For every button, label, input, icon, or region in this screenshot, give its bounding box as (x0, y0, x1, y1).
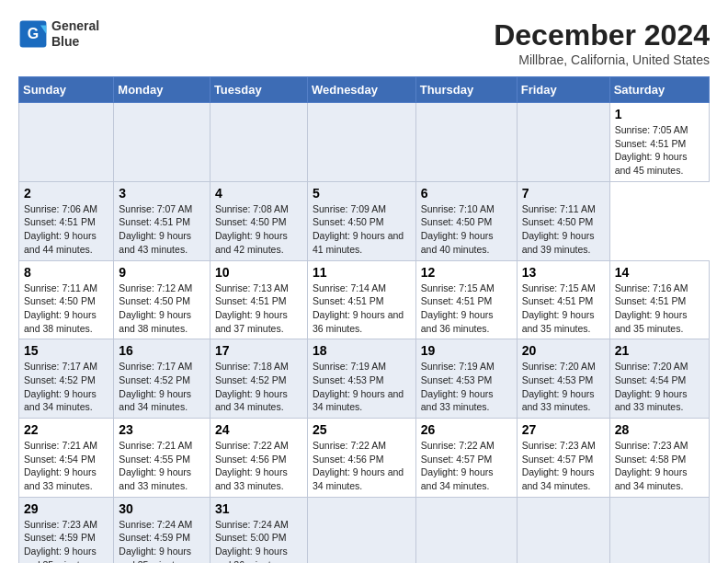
day-number: 24 (215, 422, 302, 437)
calendar-cell: 7Sunrise: 7:11 AMSunset: 4:50 PMDaylight… (517, 181, 609, 260)
calendar-cell (517, 103, 609, 182)
day-number: 15 (24, 343, 108, 358)
calendar-cell: 12Sunrise: 7:15 AMSunset: 4:51 PMDayligh… (415, 260, 517, 339)
day-info: Sunrise: 7:23 AMSunset: 4:57 PMDaylight:… (522, 439, 605, 493)
day-info: Sunrise: 7:20 AMSunset: 4:54 PMDaylight:… (615, 360, 704, 414)
day-number: 25 (313, 422, 411, 437)
calendar-cell: 3Sunrise: 7:07 AMSunset: 4:51 PMDaylight… (114, 181, 210, 260)
day-info: Sunrise: 7:23 AMSunset: 4:58 PMDaylight:… (615, 439, 704, 493)
calendar-cell: 5Sunrise: 7:09 AMSunset: 4:50 PMDaylight… (307, 181, 415, 260)
calendar-cell: 30Sunrise: 7:24 AMSunset: 4:59 PMDayligh… (114, 497, 210, 563)
calendar-cell: 4Sunrise: 7:08 AMSunset: 4:50 PMDaylight… (210, 181, 307, 260)
calendar-cell: 8Sunrise: 7:11 AMSunset: 4:50 PMDaylight… (19, 260, 114, 339)
calendar-cell: 1Sunrise: 7:05 AMSunset: 4:51 PMDaylight… (609, 103, 709, 182)
day-info: Sunrise: 7:22 AMSunset: 4:56 PMDaylight:… (313, 439, 411, 493)
days-header-row: SundayMondayTuesdayWednesdayThursdayFrid… (19, 77, 710, 103)
day-info: Sunrise: 7:22 AMSunset: 4:57 PMDaylight:… (421, 439, 512, 493)
calendar-cell: 18Sunrise: 7:19 AMSunset: 4:53 PMDayligh… (307, 339, 415, 419)
calendar-cell: 15Sunrise: 7:17 AMSunset: 4:52 PMDayligh… (19, 339, 114, 419)
page-subtitle: Millbrae, California, United States (494, 52, 710, 67)
day-number: 11 (313, 265, 411, 280)
day-number: 2 (24, 186, 108, 201)
day-number: 26 (421, 422, 512, 437)
day-number: 19 (421, 343, 512, 358)
day-info: Sunrise: 7:18 AMSunset: 4:52 PMDaylight:… (215, 360, 302, 414)
day-number: 18 (313, 343, 411, 358)
day-number: 23 (119, 422, 205, 437)
day-number: 4 (215, 186, 302, 201)
day-header-thursday: Thursday (415, 77, 517, 103)
day-header-tuesday: Tuesday (210, 77, 307, 103)
day-number: 3 (119, 186, 205, 201)
day-info: Sunrise: 7:21 AMSunset: 4:54 PMDaylight:… (24, 439, 108, 493)
calendar-cell: 28Sunrise: 7:23 AMSunset: 4:58 PMDayligh… (609, 419, 709, 498)
calendar-week-4: 15Sunrise: 7:17 AMSunset: 4:52 PMDayligh… (19, 339, 710, 419)
day-info: Sunrise: 7:19 AMSunset: 4:53 PMDaylight:… (313, 360, 411, 414)
calendar-cell: 17Sunrise: 7:18 AMSunset: 4:52 PMDayligh… (210, 339, 307, 419)
calendar-cell: 31Sunrise: 7:24 AMSunset: 5:00 PMDayligh… (210, 497, 307, 563)
calendar-cell (415, 103, 517, 182)
day-info: Sunrise: 7:13 AMSunset: 4:51 PMDaylight:… (215, 282, 302, 336)
day-info: Sunrise: 7:06 AMSunset: 4:51 PMDaylight:… (24, 202, 108, 257)
calendar-cell: 27Sunrise: 7:23 AMSunset: 4:57 PMDayligh… (517, 419, 609, 498)
day-info: Sunrise: 7:11 AMSunset: 4:50 PMDaylight:… (24, 282, 108, 336)
calendar-cell: 16Sunrise: 7:17 AMSunset: 4:52 PMDayligh… (114, 339, 210, 419)
day-number: 14 (615, 265, 704, 280)
day-info: Sunrise: 7:19 AMSunset: 4:53 PMDaylight:… (421, 360, 512, 414)
calendar-cell: 14Sunrise: 7:16 AMSunset: 4:51 PMDayligh… (609, 260, 709, 339)
day-number: 31 (215, 501, 302, 516)
calendar-week-1: 1Sunrise: 7:05 AMSunset: 4:51 PMDaylight… (19, 103, 710, 182)
calendar-cell: 23Sunrise: 7:21 AMSunset: 4:55 PMDayligh… (114, 419, 210, 498)
day-number: 29 (24, 501, 108, 516)
calendar-cell: 24Sunrise: 7:22 AMSunset: 4:56 PMDayligh… (210, 419, 307, 498)
day-info: Sunrise: 7:08 AMSunset: 4:50 PMDaylight:… (215, 202, 302, 257)
day-header-sunday: Sunday (19, 77, 114, 103)
calendar-cell: 26Sunrise: 7:22 AMSunset: 4:57 PMDayligh… (415, 419, 517, 498)
calendar-cell: 2Sunrise: 7:06 AMSunset: 4:51 PMDaylight… (19, 181, 114, 260)
title-area: December 2024 Millbrae, California, Unit… (494, 18, 710, 67)
day-info: Sunrise: 7:20 AMSunset: 4:53 PMDaylight:… (522, 360, 605, 414)
day-number: 8 (24, 265, 108, 280)
day-info: Sunrise: 7:17 AMSunset: 4:52 PMDaylight:… (119, 360, 205, 414)
calendar-cell: 20Sunrise: 7:20 AMSunset: 4:53 PMDayligh… (517, 339, 609, 419)
calendar-cell: 25Sunrise: 7:22 AMSunset: 4:56 PMDayligh… (307, 419, 415, 498)
logo-text: General Blue (51, 18, 99, 50)
day-number: 16 (119, 343, 205, 358)
day-info: Sunrise: 7:10 AMSunset: 4:50 PMDaylight:… (421, 202, 512, 257)
day-number: 30 (119, 501, 205, 516)
day-number: 12 (421, 265, 512, 280)
day-number: 1 (615, 107, 704, 121)
calendar-week-5: 22Sunrise: 7:21 AMSunset: 4:54 PMDayligh… (19, 419, 710, 498)
day-info: Sunrise: 7:07 AMSunset: 4:51 PMDaylight:… (119, 202, 205, 257)
calendar-week-6: 29Sunrise: 7:23 AMSunset: 4:59 PMDayligh… (19, 497, 710, 563)
calendar-cell: 11Sunrise: 7:14 AMSunset: 4:51 PMDayligh… (307, 260, 415, 339)
page-container: G General Blue December 2024 Millbrae, C… (18, 18, 710, 563)
calendar-week-2: 2Sunrise: 7:06 AMSunset: 4:51 PMDaylight… (19, 181, 710, 260)
day-info: Sunrise: 7:16 AMSunset: 4:51 PMDaylight:… (615, 282, 704, 336)
day-number: 28 (615, 422, 704, 437)
day-number: 22 (24, 422, 108, 437)
day-info: Sunrise: 7:15 AMSunset: 4:51 PMDaylight:… (522, 282, 605, 336)
calendar-cell: 22Sunrise: 7:21 AMSunset: 4:54 PMDayligh… (19, 419, 114, 498)
day-header-saturday: Saturday (609, 77, 709, 103)
day-info: Sunrise: 7:05 AMSunset: 4:51 PMDaylight:… (615, 123, 704, 178)
calendar-cell (609, 497, 709, 563)
calendar-cell (517, 497, 609, 563)
svg-text:G: G (28, 26, 39, 41)
day-number: 27 (522, 422, 605, 437)
calendar-cell (210, 103, 307, 182)
calendar-cell: 19Sunrise: 7:19 AMSunset: 4:53 PMDayligh… (415, 339, 517, 419)
calendar-cell (307, 103, 415, 182)
calendar-table: SundayMondayTuesdayWednesdayThursdayFrid… (18, 76, 710, 563)
day-number: 6 (421, 186, 512, 201)
logo: G General Blue (18, 18, 99, 50)
logo-icon: G (18, 19, 48, 49)
calendar-week-3: 8Sunrise: 7:11 AMSunset: 4:50 PMDaylight… (19, 260, 710, 339)
calendar-cell: 9Sunrise: 7:12 AMSunset: 4:50 PMDaylight… (114, 260, 210, 339)
calendar-cell: 13Sunrise: 7:15 AMSunset: 4:51 PMDayligh… (517, 260, 609, 339)
page-title: December 2024 (494, 18, 710, 52)
day-info: Sunrise: 7:23 AMSunset: 4:59 PMDaylight:… (24, 518, 108, 563)
calendar-cell: 29Sunrise: 7:23 AMSunset: 4:59 PMDayligh… (19, 497, 114, 563)
day-number: 7 (522, 186, 605, 201)
day-number: 17 (215, 343, 302, 358)
